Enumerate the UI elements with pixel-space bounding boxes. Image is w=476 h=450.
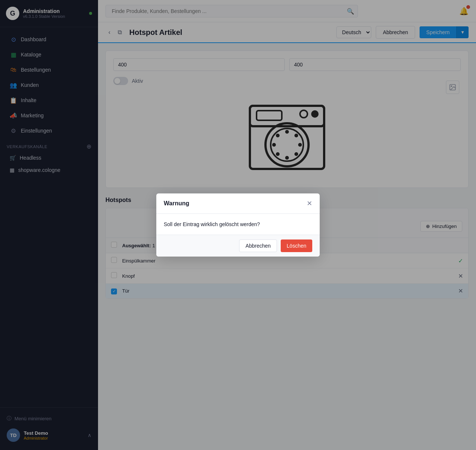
dialog-title: Warnung [164,200,189,207]
dialog-delete-button[interactable]: Löschen [281,239,312,252]
warning-dialog: Warnung ✕ Soll der Eintrag wirklich gelö… [156,193,320,257]
dialog-cancel-button[interactable]: Abbrechen [239,239,277,252]
dialog-body: Soll der Eintrag wirklich gelöscht werde… [156,214,320,235]
dialog-header: Warnung ✕ [156,193,320,214]
dialog-close-button[interactable]: ✕ [307,199,312,208]
dialog-overlay[interactable]: Warnung ✕ Soll der Eintrag wirklich gelö… [0,0,476,450]
dialog-message: Soll der Eintrag wirklich gelöscht werde… [164,221,312,227]
dialog-footer: Abbrechen Löschen [156,235,320,257]
